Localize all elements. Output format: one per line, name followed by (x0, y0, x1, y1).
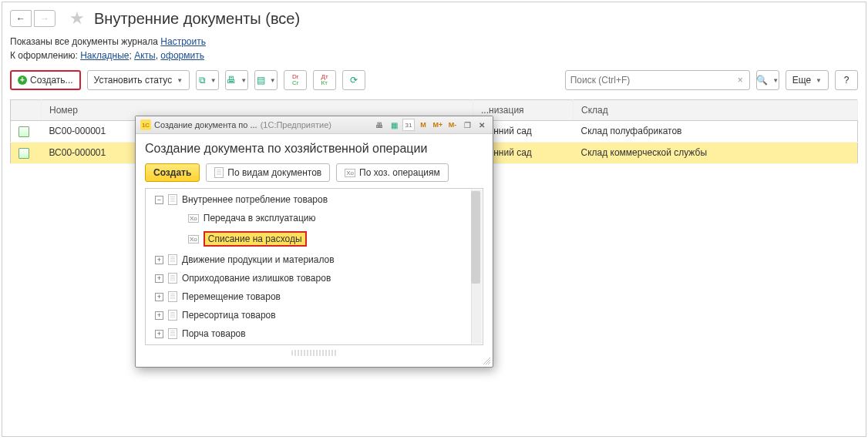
copy-button[interactable]: ⧉▼ (196, 70, 219, 90)
favorite-star-icon[interactable]: ★ (69, 8, 85, 29)
tree-item[interactable]: +Оприходование излишков товаров (146, 269, 483, 287)
reports-button[interactable]: ▤▼ (254, 70, 278, 90)
print-button[interactable]: 🖶▼ (225, 70, 248, 90)
by-operations-label: По хоз. операциям (359, 167, 440, 178)
tree-item-label: Передача в эксплуатацию (204, 213, 316, 223)
expand-icon[interactable]: + (155, 274, 163, 283)
clear-search-icon[interactable]: × (735, 75, 746, 86)
search-input[interactable] (569, 74, 735, 86)
tree-item-label: Перемещение товаров (182, 291, 281, 302)
titlebar-m-icon[interactable]: M (417, 119, 429, 131)
plus-icon: + (18, 76, 27, 85)
row-status-icon (19, 126, 29, 137)
invoices-link[interactable]: Накладные (80, 50, 129, 61)
drcr-button[interactable]: DrCr (284, 70, 307, 90)
xo-icon: Xo (188, 235, 199, 244)
more-button[interactable]: Еще▼ (786, 70, 829, 90)
tree-item[interactable]: XoСписание на расходы (146, 227, 483, 250)
dialog-titlebar[interactable]: 1C Создание документа по ... (1С:Предпри… (136, 116, 493, 134)
tree-item-label: Порча товаров (182, 328, 246, 339)
dialog-title-text: Создание документа по ... (154, 120, 257, 129)
dialog-create-button[interactable]: Создать (145, 163, 200, 182)
tree-scrollbar[interactable] (471, 190, 482, 344)
dtkt-button[interactable]: ДтКт (313, 70, 336, 90)
tree-item[interactable]: +Порча товаров (146, 324, 483, 343)
refresh-icon: ⟳ (350, 75, 358, 86)
create-button-label: Создать... (30, 75, 73, 86)
document-icon (168, 273, 177, 284)
dialog-subtitle-text: (1С:Предприятие) (261, 120, 331, 129)
expand-icon[interactable]: + (155, 256, 163, 264)
tree-item-label: Внутреннее потребление товаров (182, 194, 328, 205)
dialog-corner-resize[interactable] (483, 357, 490, 364)
pending-docs-line: К оформлению: Накладные; Акты, оформить (10, 50, 858, 61)
search-button[interactable]: 🔍▼ (756, 70, 779, 90)
nav-back-button[interactable]: ← (10, 10, 32, 27)
search-field[interactable]: × (565, 70, 750, 90)
expand-icon[interactable]: + (155, 311, 163, 320)
scrollbar-thumb[interactable] (471, 191, 480, 284)
document-icon (214, 167, 224, 178)
cell-store: Склад полуфабрикатов (574, 121, 858, 143)
by-doc-types-button[interactable]: По видам документов (206, 163, 330, 182)
nav-forward-button[interactable]: → (34, 10, 56, 27)
tree-item-label: Списание на расходы (204, 231, 307, 247)
tree-item[interactable]: −Внутреннее потребление товаров (146, 190, 483, 209)
create-button[interactable]: + Создать... (10, 70, 81, 90)
tree-item-label: Оприходование излишков товаров (182, 273, 331, 284)
more-label: Еще (792, 75, 811, 86)
tree-item[interactable]: +Пересортица товаров (146, 306, 483, 324)
collapse-icon[interactable]: − (155, 196, 163, 204)
document-icon (168, 328, 177, 339)
col-store[interactable]: Склад (574, 100, 858, 121)
titlebar-close-icon[interactable]: ✕ (476, 119, 488, 131)
journal-info-text: Показаны все документы журнала (10, 36, 160, 47)
report-icon: ▤ (257, 75, 265, 86)
help-icon: ? (844, 75, 849, 86)
onec-logo-icon: 1C (140, 119, 151, 130)
document-icon (168, 310, 177, 321)
tree-item-label: Пересортица товаров (182, 310, 276, 321)
expand-icon[interactable]: + (155, 330, 163, 338)
refresh-button[interactable]: ⟳ (342, 70, 365, 90)
titlebar-mplus-icon[interactable]: M+ (432, 119, 444, 131)
copy-icon: ⧉ (199, 75, 206, 86)
print-icon: 🖶 (227, 75, 236, 86)
page-title: Внутренние документы (все) (94, 10, 300, 28)
titlebar-print-icon[interactable]: 🖶 (373, 119, 385, 131)
by-operations-button[interactable]: Xo По хоз. операциям (336, 163, 449, 182)
titlebar-mminus-icon[interactable]: M- (446, 119, 459, 131)
tree-item[interactable]: XoПередача в эксплуатацию (146, 209, 483, 227)
xo-icon: Xo (345, 169, 355, 177)
document-icon (168, 254, 177, 265)
configure-link[interactable]: Настроить (160, 36, 206, 47)
document-icon (168, 194, 177, 205)
expand-icon[interactable]: + (155, 293, 163, 301)
operations-tree[interactable]: −Внутреннее потребление товаровXoПередач… (145, 188, 483, 345)
set-status-button[interactable]: Установить статус ▼ (87, 70, 190, 90)
chevron-down-icon: ▼ (177, 77, 183, 84)
titlebar-grid-icon[interactable]: ▦ (388, 119, 400, 131)
journal-info-line: Показаны все документы журнала Настроить (10, 36, 858, 47)
set-status-label: Установить статус (94, 75, 173, 86)
tree-item[interactable]: +Перемещение товаров (146, 287, 483, 306)
titlebar-restore-icon[interactable]: ❐ (461, 119, 473, 131)
search-icon: 🔍 (756, 75, 768, 86)
row-status-icon (19, 148, 29, 159)
pending-prefix: К оформлению: (10, 50, 80, 61)
by-doc-types-label: По видам документов (227, 167, 321, 178)
dialog-resize-grip[interactable] (291, 350, 338, 356)
create-document-dialog: 1C Создание документа по ... (1С:Предпри… (135, 116, 493, 368)
help-button[interactable]: ? (835, 70, 858, 90)
cell-store: Склад коммерческой службы (574, 142, 858, 163)
xo-icon: Xo (188, 214, 199, 223)
tree-item[interactable]: +Движение продукции и материалов (146, 250, 483, 269)
tree-item-label: Движение продукции и материалов (182, 254, 335, 265)
dialog-heading: Создание документа по хозяйственной опер… (145, 142, 483, 156)
acts-link[interactable]: Акты (134, 50, 156, 61)
process-link[interactable]: оформить (160, 50, 204, 61)
document-icon (168, 291, 177, 302)
titlebar-calendar-icon[interactable]: 31 (402, 119, 415, 131)
